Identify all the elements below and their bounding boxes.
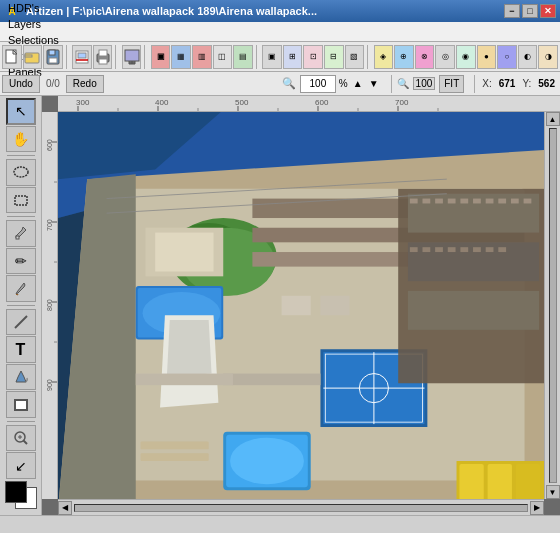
fit-button[interactable]: FIT [439, 75, 464, 93]
lasso-tool[interactable] [6, 159, 36, 186]
scroll-right-button[interactable]: ▶ [530, 501, 544, 515]
new-button[interactable] [2, 45, 22, 69]
tool-btn-18[interactable]: ◐ [518, 45, 538, 69]
vertical-scrollbar[interactable]: ▲ ▼ [544, 112, 560, 499]
tool-btn-13[interactable]: ⊗ [415, 45, 435, 69]
tool-btn-17[interactable]: ○ [497, 45, 517, 69]
svg-rect-11 [99, 50, 107, 56]
canvas-image-area[interactable] [58, 112, 544, 499]
status-bar [0, 515, 560, 533]
close-button[interactable]: ✕ [540, 4, 556, 18]
svg-text:600: 600 [315, 98, 329, 107]
svg-text:600: 600 [46, 139, 53, 151]
brush-tool[interactable] [6, 275, 36, 302]
tool-separator-4 [7, 421, 35, 422]
eyedropper-tool[interactable] [6, 220, 36, 247]
svg-rect-101 [459, 464, 483, 499]
svg-rect-105 [141, 453, 209, 461]
zoom-stepper-up[interactable]: ▲ [351, 78, 365, 89]
zoom-tool[interactable] [6, 425, 36, 452]
pointer2-tool[interactable]: ↙ [6, 452, 36, 479]
svg-rect-89 [498, 199, 506, 204]
tool-btn-11[interactable]: ◈ [374, 45, 394, 69]
x-label: X: [480, 78, 493, 89]
menu-item-hdr's[interactable]: HDR's [2, 0, 65, 16]
svg-line-18 [15, 316, 27, 328]
open-button[interactable] [23, 45, 43, 69]
tool-btn-14[interactable]: ◎ [435, 45, 455, 69]
svg-rect-98 [486, 247, 494, 252]
svg-rect-87 [473, 199, 481, 204]
svg-rect-111 [223, 374, 320, 386]
scan-button[interactable] [72, 45, 92, 69]
svg-marker-74 [167, 320, 212, 376]
tool-btn-10[interactable]: ▧ [345, 45, 365, 69]
horizontal-scrollbar[interactable]: ◀ ▶ [58, 499, 544, 515]
rect-tool[interactable] [6, 391, 36, 418]
scroll-tool[interactable]: ✋ [6, 126, 36, 153]
grab-button[interactable] [122, 45, 142, 69]
tool-btn-8[interactable]: ⊡ [303, 45, 323, 69]
arrow-tool[interactable]: ↖ [6, 98, 36, 125]
svg-rect-85 [448, 199, 456, 204]
select-mode-3[interactable]: ▥ [192, 45, 212, 69]
save-button[interactable] [43, 45, 63, 69]
scroll-up-button[interactable]: ▲ [546, 112, 560, 126]
toolbar-separator-1 [66, 45, 69, 69]
select-mode-5[interactable]: ▤ [233, 45, 253, 69]
color-swatches[interactable] [5, 481, 37, 509]
minimize-button[interactable]: − [504, 4, 520, 18]
line-tool[interactable] [6, 309, 36, 336]
svg-text:500: 500 [235, 98, 249, 107]
svg-rect-113 [282, 296, 311, 315]
svg-rect-81 [408, 291, 539, 330]
svg-rect-82 [410, 199, 418, 204]
fill-tool[interactable] [6, 364, 36, 391]
pencil-tool[interactable]: ✏ [6, 248, 36, 275]
redo-button[interactable]: Redo [66, 75, 104, 93]
scroll-v-track[interactable] [549, 128, 557, 483]
title-text: Artizen | F:\pic\Airena wallapack 189\Ai… [24, 5, 504, 17]
zoom-icon2: 🔍 [397, 78, 409, 89]
svg-rect-12 [99, 59, 107, 64]
scroll-left-button[interactable]: ◀ [58, 501, 72, 515]
tool-btn-9[interactable]: ⊟ [324, 45, 344, 69]
menu-item-layers[interactable]: Layers [2, 16, 65, 32]
text-tool[interactable]: T [6, 336, 36, 363]
tool-btn-12[interactable]: ⊕ [394, 45, 414, 69]
print-button[interactable] [93, 45, 113, 69]
tool-btn-15[interactable]: ◉ [456, 45, 476, 69]
tool-btn-6[interactable]: ▣ [262, 45, 282, 69]
main-toolbar: ▣ ▦ ▥ ◫ ▤ ▣ ⊞ ⊡ ⊟ ▧ ◈ ⊕ ⊗ ◎ ◉ ● ○ ◐ ◑ [0, 42, 560, 72]
zoom-input[interactable] [300, 75, 336, 93]
maximize-button[interactable]: □ [522, 4, 538, 18]
svg-rect-104 [141, 442, 209, 450]
select-mode-1[interactable]: ▣ [151, 45, 171, 69]
select-mode-4[interactable]: ◫ [213, 45, 233, 69]
x-value: 671 [496, 78, 519, 89]
undo-button[interactable]: Undo [2, 75, 40, 93]
region-tool[interactable] [6, 187, 36, 214]
svg-rect-6 [49, 58, 57, 63]
zoom-stepper-down[interactable]: ▼ [367, 78, 381, 89]
scroll-down-button[interactable]: ▼ [546, 485, 560, 499]
select-mode-2[interactable]: ▦ [171, 45, 191, 69]
svg-rect-96 [460, 247, 468, 252]
window-controls: − □ ✕ [504, 4, 556, 18]
svg-point-66 [230, 438, 304, 485]
svg-rect-112 [136, 374, 233, 386]
scroll-h-track[interactable] [74, 504, 528, 512]
svg-text:700: 700 [395, 98, 409, 107]
tool-btn-7[interactable]: ⊞ [283, 45, 303, 69]
svg-rect-5 [49, 50, 55, 55]
menu-bar: FileEditModifyHDR'sLayersSelectionsFilte… [0, 22, 560, 42]
svg-rect-17 [16, 236, 19, 239]
separator2 [469, 75, 475, 93]
tool-btn-19[interactable]: ◑ [538, 45, 558, 69]
svg-rect-91 [524, 199, 532, 204]
y-value: 562 [535, 78, 558, 89]
tool-btn-16[interactable]: ● [477, 45, 497, 69]
toolbar-separator-2 [115, 45, 118, 69]
foreground-color-swatch[interactable] [5, 481, 27, 503]
canvas-area[interactable]: 300 400 500 600 700 [42, 96, 560, 515]
